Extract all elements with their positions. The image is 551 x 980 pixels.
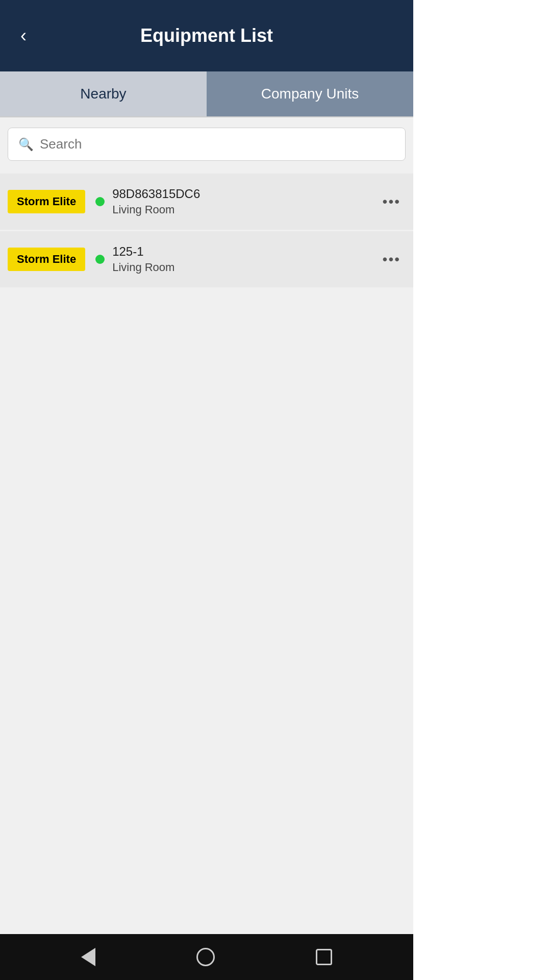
device-info: 98D863815DC6 Living Room <box>112 187 377 216</box>
more-options-button[interactable]: ••• <box>378 246 406 273</box>
device-list: Storm Elite 98D863815DC6 Living Room •••… <box>0 171 413 934</box>
page-title: Equipment List <box>140 25 273 46</box>
list-item[interactable]: Storm Elite 98D863815DC6 Living Room ••• <box>0 174 413 230</box>
search-input[interactable] <box>40 136 395 152</box>
tab-bar: Nearby Company Units <box>0 71 413 117</box>
nav-home-icon[interactable] <box>196 948 215 966</box>
tab-company-units[interactable]: Company Units <box>207 71 413 116</box>
more-options-button[interactable]: ••• <box>378 188 406 215</box>
nav-back-icon[interactable] <box>81 948 95 966</box>
device-location: Living Room <box>112 203 377 216</box>
search-container: 🔍 <box>0 117 413 171</box>
back-button[interactable]: ‹ <box>15 20 32 52</box>
device-location: Living Room <box>112 261 377 274</box>
device-badge: Storm Elite <box>8 190 85 213</box>
search-bar[interactable]: 🔍 <box>8 128 406 161</box>
search-icon: 🔍 <box>18 137 34 152</box>
device-badge: Storm Elite <box>8 248 85 271</box>
status-indicator <box>95 197 105 206</box>
nav-recents-icon[interactable] <box>316 949 332 965</box>
device-id: 98D863815DC6 <box>112 187 377 201</box>
tab-nearby[interactable]: Nearby <box>0 71 207 116</box>
bottom-nav-bar <box>0 934 413 980</box>
list-item[interactable]: Storm Elite 125-1 Living Room ••• <box>0 231 413 287</box>
header: ‹ Equipment List <box>0 0 413 71</box>
device-info: 125-1 Living Room <box>112 244 377 274</box>
status-indicator <box>95 255 105 264</box>
device-id: 125-1 <box>112 244 377 259</box>
